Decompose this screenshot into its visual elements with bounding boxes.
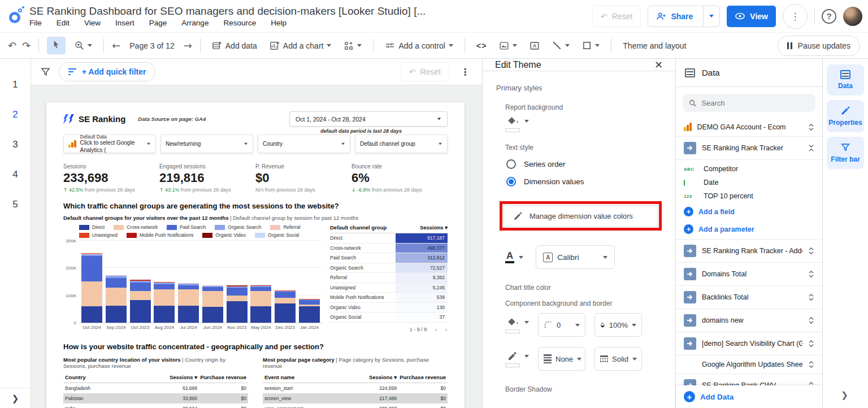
share-dropdown-caret[interactable]: [703, 6, 719, 27]
table-row[interactable]: session_start224,558$0: [263, 383, 448, 393]
menu-item-help[interactable]: Help: [271, 19, 287, 27]
undo-button[interactable]: ↶: [8, 41, 16, 51]
insert-line-button[interactable]: [549, 38, 573, 53]
view-button[interactable]: View: [727, 6, 776, 27]
community-visualizations-button[interactable]: [340, 38, 365, 53]
channel-group-control[interactable]: Default channel group: [355, 134, 448, 153]
table-row[interactable]: Organic Search72,527: [330, 263, 448, 274]
border-style-select[interactable]: Solid: [594, 347, 642, 371]
page-thumb-2[interactable]: 2: [12, 109, 18, 120]
field-top10[interactable]: 123 TOP 10 percent: [676, 189, 822, 203]
table-row[interactable]: Organic Social37: [330, 312, 448, 323]
collapse-panel-button[interactable]: ❯: [841, 390, 848, 400]
page-nav-label[interactable]: Page 3 of 12: [126, 39, 177, 53]
source-row[interactable]: Domains Total: [676, 263, 822, 286]
next-page-button[interactable]: →: [184, 41, 192, 51]
date-range-control[interactable]: Oct 1, 2024 - Oct 28, 2024: [289, 111, 448, 127]
add-control-button[interactable]: Add a control: [381, 38, 457, 53]
channel-col-header[interactable]: Default channel group: [330, 224, 387, 231]
source-row[interactable]: [demo] Search Visibility Chart (Goo...: [676, 332, 822, 355]
table-row[interactable]: screen_view217,489$0: [263, 393, 448, 403]
more-options-button[interactable]: ⋮: [783, 4, 808, 29]
table-row[interactable]: Direct817,187: [330, 233, 448, 244]
scorecard-engaged-sessions[interactable]: Engaged sessions 219,816 ↑ 43.1% from pr…: [159, 163, 255, 193]
rail-properties-tab[interactable]: Properties: [827, 100, 864, 132]
scorecard-revenue[interactable]: P. Revenue $0 N/A from previous 28 days: [255, 163, 351, 193]
channel-sessions-table[interactable]: Default channel group Sessions ▾ Direct8…: [330, 224, 448, 333]
insert-image-button[interactable]: [496, 38, 520, 53]
page-thumb-3[interactable]: 3: [12, 139, 18, 150]
canvas-more-options-button[interactable]: ⋮: [457, 67, 473, 77]
menu-item-edit[interactable]: Edit: [57, 19, 70, 27]
add-chart-button[interactable]: Add a chart: [266, 38, 335, 53]
bar-column[interactable]: [299, 299, 320, 323]
sessions-col-header[interactable]: Sessions ▾: [420, 224, 448, 231]
pagination-next-button[interactable]: ›: [445, 326, 448, 333]
page-thumb-5[interactable]: 5: [12, 199, 18, 210]
pause-updates-button[interactable]: Pause updates: [778, 36, 860, 56]
table-row[interactable]: user_engagement205,807$0: [263, 403, 448, 408]
theme-and-layout-button[interactable]: Theme and layout: [619, 39, 689, 53]
bar-column[interactable]: [202, 285, 223, 323]
zoom-tool-button[interactable]: [71, 38, 96, 53]
expand-page-list-button[interactable]: ❯: [0, 388, 31, 408]
table-row[interactable]: India29,924$0: [63, 403, 248, 408]
report-background-color-picker[interactable]: [505, 116, 662, 132]
help-button[interactable]: ?: [822, 9, 836, 24]
canvas-reset-button[interactable]: ↶ Reset: [401, 62, 449, 81]
unfold-more-icon[interactable]: [808, 293, 814, 301]
unfold-more-icon[interactable]: [808, 361, 814, 368]
source-row[interactable]: domains new: [676, 309, 822, 332]
data-search[interactable]: [683, 94, 815, 112]
menu-item-resource[interactable]: Resource: [223, 19, 256, 27]
text-color-picker[interactable]: A: [505, 251, 523, 264]
unfold-more-icon[interactable]: [808, 247, 814, 255]
reset-button[interactable]: ↶ Reset: [592, 6, 641, 27]
menu-item-file[interactable]: File: [29, 19, 42, 27]
close-panel-button[interactable]: ✕: [654, 59, 663, 71]
unfold-less-icon[interactable]: [808, 144, 814, 152]
table-row[interactable]: Mobile Push Notifications539: [330, 293, 448, 303]
share-button[interactable]: Share: [648, 6, 720, 27]
previous-page-button[interactable]: ←: [112, 41, 120, 51]
unfold-more-icon[interactable]: [808, 270, 814, 278]
ga4-source-row[interactable]: DEMO GA4 Account - Ecom: [676, 118, 822, 137]
bar-column[interactable]: [154, 282, 175, 323]
dimension-values-radio[interactable]: Dimension values: [506, 177, 662, 186]
menu-item-insert[interactable]: Insert: [115, 19, 134, 27]
source-row[interactable]: SE Ranking Rank Tracker - Added c...: [676, 240, 822, 263]
table-row[interactable]: Pakistan33,860$0: [63, 393, 248, 403]
font-family-select[interactable]: A Calibri: [536, 245, 615, 269]
opacity-select[interactable]: 100%: [594, 313, 642, 337]
scorecard-bounce-rate[interactable]: Bounce rate 6% ↓ -6.8% from previous 28 …: [351, 163, 448, 193]
add-quick-filter-button[interactable]: + Add quick filter: [59, 62, 155, 81]
field-competitor[interactable]: ABC Competitor: [676, 162, 822, 176]
bar-column[interactable]: [130, 280, 151, 323]
source-row[interactable]: Backlinks Total: [676, 286, 822, 309]
add-data-button-bottom[interactable]: + Add Data: [676, 387, 741, 406]
rail-data-tab[interactable]: Data: [827, 64, 864, 96]
table-row[interactable]: Unassigned5,245: [330, 283, 448, 293]
source-row[interactable]: Google Algorithm Updates Sheet: [676, 355, 822, 374]
unfold-more-icon[interactable]: [808, 316, 814, 324]
bar-column[interactable]: [178, 283, 199, 323]
scorecard-sessions[interactable]: Sessions 233,698 ↑ 42.5% from previous 2…: [63, 163, 159, 193]
country-control[interactable]: Country: [258, 134, 350, 153]
bar-column[interactable]: [250, 285, 271, 323]
page-thumb-4[interactable]: 4: [12, 169, 18, 180]
add-a-parameter-button[interactable]: + Add a parameter: [676, 220, 822, 238]
border-radius-select[interactable]: 0: [538, 313, 585, 337]
menu-item-page[interactable]: Page: [149, 19, 167, 27]
add-a-field-button[interactable]: + Add a field: [676, 203, 822, 220]
rank-tracker-source-row[interactable]: SE Ranking Rank Tracker: [676, 137, 822, 160]
table-row[interactable]: Cross-network490,377: [330, 244, 448, 254]
document-title[interactable]: SE Ranking Dashboard for SEO managers an…: [29, 5, 592, 18]
menu-item-arrange[interactable]: Arrange: [181, 19, 209, 27]
table-row[interactable]: Referral9,382: [330, 273, 448, 283]
component-background-color-picker[interactable]: [505, 317, 529, 333]
search-input[interactable]: [701, 99, 809, 107]
bar-column[interactable]: [227, 285, 248, 323]
border-weight-select[interactable]: None: [538, 347, 585, 371]
unfold-more-icon[interactable]: [808, 340, 814, 348]
page-thumb-1[interactable]: 1: [12, 79, 18, 90]
